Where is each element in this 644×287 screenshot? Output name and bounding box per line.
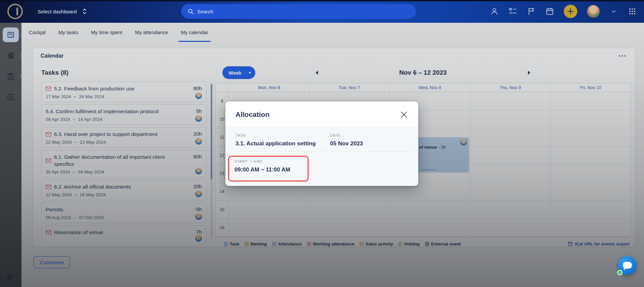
task-hours: 7h xyxy=(196,229,202,235)
tasks-checklist-icon[interactable] xyxy=(508,7,517,16)
tab[interactable]: Cockpit xyxy=(29,23,46,42)
calendar-day-header: Tue, Nov 7 xyxy=(309,83,390,92)
flag-icon[interactable] xyxy=(527,7,536,16)
event-resize-handle[interactable] xyxy=(422,168,437,170)
task-field-value[interactable]: 3.1. Actual application setting xyxy=(235,140,327,147)
date-range-dash: – xyxy=(74,94,76,99)
legend-items: Task Meeting Attendance xyxy=(224,241,461,246)
task-row[interactable]: 5.4. Confirm fulfilment of implementatio… xyxy=(41,104,206,125)
assignee-avatar xyxy=(195,138,202,145)
view-selector-button[interactable]: Week xyxy=(222,66,255,79)
chevron-down-icon[interactable] xyxy=(609,7,618,16)
envelope-icon xyxy=(46,230,51,235)
calendar-icon[interactable] xyxy=(545,7,554,16)
calendar-cell[interactable] xyxy=(550,92,631,110)
user-icon[interactable] xyxy=(490,7,499,16)
apps-grid-icon[interactable] xyxy=(628,7,637,16)
scrollbar-thumb[interactable] xyxy=(211,84,212,180)
calendar-cell[interactable] xyxy=(550,164,631,183)
calendar-legend: Task Meeting Attendance xyxy=(215,241,631,246)
task-row[interactable]: 6.1. Gather documentation of all importa… xyxy=(41,150,206,177)
task-end-date: 24 Mar 2024 xyxy=(79,94,104,99)
calendar-cell[interactable] xyxy=(470,201,550,219)
date-range-dash: – xyxy=(73,117,75,122)
select-dashboard-control[interactable]: Select dashboard xyxy=(38,8,88,15)
task-title: 5.4. Confirm fulfilment of implementatio… xyxy=(46,108,159,115)
task-row[interactable]: Reservation of venue 7h xyxy=(41,225,206,242)
calendar-cell[interactable] xyxy=(470,219,550,237)
expand-chevron-icon[interactable] xyxy=(19,75,22,78)
tab[interactable]: My tasks xyxy=(58,23,78,42)
calendar-cell[interactable] xyxy=(550,183,631,201)
tab[interactable]: My attendance xyxy=(135,23,168,42)
panel-title: Calendar xyxy=(41,53,63,59)
user-avatar[interactable] xyxy=(587,5,600,18)
task-row[interactable]: Permits 09 Aug 2023 – 07 Oct 2023 -5h xyxy=(41,203,206,223)
tasks-heading: Tasks (8) xyxy=(41,69,206,76)
task-dates: 17 Mar 2024 – 24 Mar 2024 xyxy=(46,94,185,99)
legend-swatch xyxy=(307,242,311,246)
calendar-cell[interactable] xyxy=(470,164,550,183)
task-start-date: 08 Apr 2024 xyxy=(46,117,70,122)
calendar-cell[interactable] xyxy=(470,92,550,110)
legend-label: Task xyxy=(230,241,239,246)
calendar-cell[interactable] xyxy=(309,219,390,237)
sidebar-collapse-button[interactable] xyxy=(0,268,21,287)
tab[interactable]: My time spent xyxy=(91,23,122,42)
task-field: TASK 3.1. Actual application setting xyxy=(235,133,327,151)
close-icon[interactable] xyxy=(399,110,408,119)
range-field-label: START -> END xyxy=(234,159,308,163)
legend-label: Meeting xyxy=(251,241,267,246)
tab[interactable]: My calendar xyxy=(181,23,208,42)
chat-widget-button[interactable] xyxy=(618,256,637,275)
calendar-cell[interactable] xyxy=(229,219,309,237)
calendar-cell[interactable] xyxy=(470,110,550,128)
calendar-cell[interactable] xyxy=(470,128,550,146)
calendar-cell[interactable] xyxy=(389,219,470,237)
calendar-cell[interactable] xyxy=(550,146,631,164)
assignee-avatar xyxy=(195,115,202,122)
add-button[interactable] xyxy=(564,5,577,18)
task-dates: 12 May 2024 – 16 May 2024 xyxy=(46,192,185,197)
sidebar-item-dashboard[interactable] xyxy=(3,27,19,42)
sidebar-item-export[interactable] xyxy=(3,90,19,104)
date-field-value[interactable]: 05 Nov 2023 xyxy=(330,140,413,147)
task-dates: 08 Apr 2024 – 14 Apr 2024 xyxy=(46,117,185,122)
calendar-cell[interactable] xyxy=(550,110,631,128)
sidebar xyxy=(0,23,21,287)
search-input[interactable] xyxy=(197,9,410,14)
caret-down-icon xyxy=(245,72,251,74)
calendar-cell[interactable] xyxy=(309,201,390,219)
date-range-title: Nov 6 – 12 2023 xyxy=(399,69,447,76)
customise-button[interactable]: Customise xyxy=(34,256,70,268)
task-start-date: 17 Mar 2024 xyxy=(46,94,71,99)
task-row[interactable]: 6.2. Archive all official documents 12 M… xyxy=(41,180,206,200)
calendar-grid-corner xyxy=(215,83,229,92)
legend-label: Sales activity xyxy=(366,241,393,246)
calendar-cell[interactable] xyxy=(550,201,631,219)
legend-label: Working attendance xyxy=(313,241,355,246)
panel-more-menu-icon[interactable] xyxy=(617,53,628,59)
sidebar-item-projects-tree[interactable] xyxy=(3,48,19,63)
date-range-dash: – xyxy=(73,169,75,174)
task-title: Permits xyxy=(46,206,63,213)
calendar-cell[interactable] xyxy=(550,128,631,146)
calendar-cell[interactable] xyxy=(550,219,631,237)
allocation-modal: Allocation TASK 3.1. Actual application … xyxy=(225,101,418,186)
date-range-dash: – xyxy=(74,140,77,145)
task-hours: 80h xyxy=(193,85,202,91)
calendar-cell[interactable] xyxy=(470,183,550,201)
previous-week-arrow[interactable] xyxy=(312,68,321,77)
search-bar[interactable] xyxy=(181,4,416,19)
calendar-cell[interactable] xyxy=(389,201,470,219)
task-row[interactable]: 6.3. Hand over project to support depart… xyxy=(41,127,206,148)
calendar-cell[interactable] xyxy=(229,201,309,219)
task-row[interactable]: 5.2. Feedback from production use 17 Mar… xyxy=(41,82,206,102)
sidebar-item-tasks-board[interactable] xyxy=(3,69,19,84)
ical-export-link[interactable]: iCal URL for events export xyxy=(568,241,631,246)
calendar-cell[interactable] xyxy=(470,146,550,164)
next-week-arrow[interactable] xyxy=(525,68,534,77)
expand-chevron-icon[interactable] xyxy=(19,54,22,57)
range-field-value[interactable]: 09:00 AM ~ 11:00 AM xyxy=(234,166,308,173)
expand-chevron-icon[interactable] xyxy=(19,33,22,37)
